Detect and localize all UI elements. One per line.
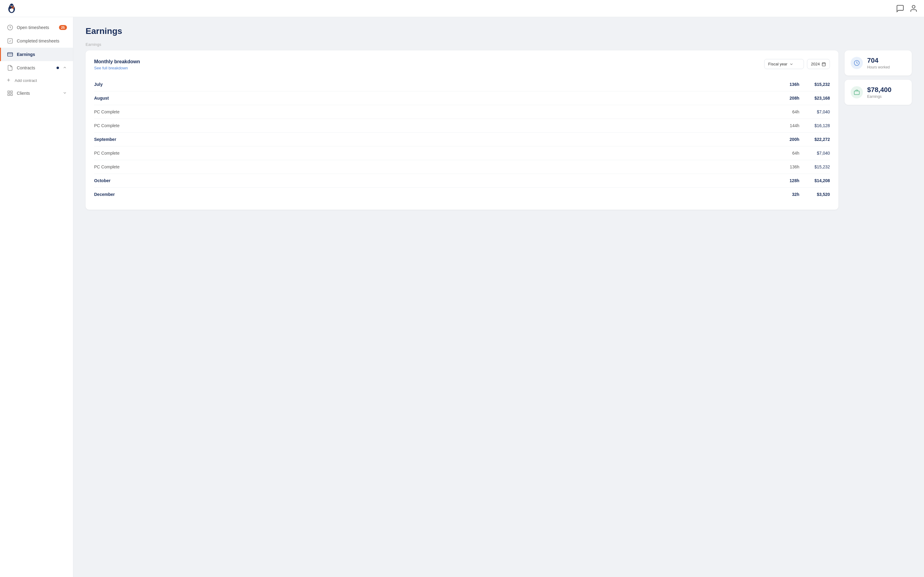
svg-point-8 (12, 5, 13, 6)
row-month-label: July (94, 82, 775, 87)
contracts-dot (56, 67, 59, 69)
breakdown-table: July 136h $15,232 August 208h $23,168 PC… (94, 77, 830, 201)
see-full-breakdown-link[interactable]: See full breakdown (94, 66, 140, 70)
contracts-icon (7, 65, 13, 71)
row-amount: $16,128 (799, 123, 830, 128)
row-month-label: PC Complete (94, 164, 775, 169)
chevron-down-icon (789, 62, 794, 66)
earnings-label: Earnings (867, 94, 892, 99)
clients-icon (7, 90, 13, 96)
open-timesheets-badge: 25 (59, 25, 67, 30)
clients-chevron-down (63, 91, 67, 96)
table-row: July 136h $15,232 (94, 77, 830, 91)
profile-icon[interactable] (910, 4, 918, 13)
earnings-stat-info: $78,400 Earnings (867, 86, 892, 99)
hours-value: 704 (867, 56, 890, 64)
table-row: PC Complete 64h $7,040 (94, 105, 830, 119)
year-filter[interactable]: 2024 (807, 59, 830, 69)
calendar-icon (822, 62, 826, 66)
completed-icon (7, 38, 13, 44)
row-hours: 144h (775, 123, 799, 128)
row-month-label: PC Complete (94, 110, 775, 114)
earnings-icon (7, 52, 13, 58)
row-month-label: September (94, 137, 775, 142)
logo (6, 3, 17, 14)
sidebar-item-add-contract[interactable]: Add contract (0, 74, 73, 87)
chat-icon[interactable] (896, 4, 905, 13)
row-hours: 136h (775, 164, 799, 169)
card-header: Monthly breakdown See full breakdown Fis… (94, 59, 830, 70)
table-row: PC Complete 64h $7,040 (94, 147, 830, 160)
row-amount: $23,168 (799, 96, 830, 100)
table-row: PC Complete 136h $15,232 (94, 160, 830, 174)
monthly-breakdown-card: Monthly breakdown See full breakdown Fis… (85, 50, 839, 210)
row-hours: 208h (775, 96, 799, 100)
row-hours: 200h (775, 137, 799, 142)
row-hours: 136h (775, 82, 799, 87)
row-month-label: October (94, 178, 775, 183)
row-amount: $15,232 (799, 82, 830, 87)
row-amount: $7,040 (799, 151, 830, 156)
earnings-stat-card: $78,400 Earnings (845, 80, 912, 105)
row-month-label: PC Complete (94, 123, 775, 128)
clock-stat-icon (854, 60, 860, 66)
row-hours: 64h (775, 110, 799, 114)
row-hours: 64h (775, 151, 799, 156)
page-title: Earnings (85, 26, 912, 36)
sidebar-item-contracts[interactable]: Contracts (0, 61, 73, 74)
row-amount: $14,208 (799, 178, 830, 183)
table-row: September 200h $22,272 (94, 133, 830, 147)
svg-point-10 (912, 5, 915, 8)
svg-point-7 (10, 5, 11, 6)
svg-point-9 (11, 6, 12, 7)
earnings-value: $78,400 (867, 86, 892, 94)
svg-rect-18 (11, 91, 13, 93)
sidebar-item-completed-timesheets[interactable]: Completed timesheets (0, 34, 73, 48)
row-month-label: PC Complete (94, 151, 775, 156)
card-title: Monthly breakdown (94, 59, 140, 64)
table-row: August 208h $23,168 (94, 91, 830, 105)
row-amount: $22,272 (799, 137, 830, 142)
briefcase-stat-icon (854, 89, 860, 95)
svg-rect-17 (8, 91, 10, 93)
row-month-label: August (94, 96, 775, 100)
stats-column: 704 Hours worked $78,400 Earnings (845, 50, 912, 105)
table-row: October 128h $14,208 (94, 174, 830, 188)
hours-icon-wrap (851, 57, 863, 69)
hours-stat-card: 704 Hours worked (845, 50, 912, 76)
row-amount: $7,040 (799, 110, 830, 114)
main-content: Earnings Earnings Monthly breakdown See … (73, 17, 924, 577)
topbar (0, 0, 924, 17)
sidebar-item-open-timesheets[interactable]: Open timesheets 25 (0, 21, 73, 34)
sidebar-item-clients[interactable]: Clients (0, 87, 73, 100)
svg-rect-13 (8, 53, 13, 56)
table-row: PC Complete 144h $16,128 (94, 119, 830, 133)
sidebar: Open timesheets 25 Completed timesheets … (0, 17, 73, 577)
earnings-icon-wrap (851, 86, 863, 98)
period-filter[interactable]: Fiscal year (764, 59, 804, 69)
clock-icon (7, 24, 13, 31)
row-month-label: December (94, 192, 775, 197)
svg-rect-26 (854, 91, 860, 95)
table-row: December 32h $3,520 (94, 188, 830, 201)
hours-stat-info: 704 Hours worked (867, 56, 890, 69)
plus-icon (6, 77, 11, 84)
filter-row: Fiscal year 2024 (764, 59, 830, 69)
contracts-chevron-up (63, 65, 67, 71)
topbar-icons (896, 4, 918, 13)
section-label: Earnings (85, 42, 912, 47)
sidebar-item-earnings[interactable]: Earnings (0, 48, 73, 61)
svg-rect-19 (8, 94, 10, 96)
row-hours: 32h (775, 192, 799, 197)
card-title-group: Monthly breakdown See full breakdown (94, 59, 140, 70)
row-amount: $15,232 (799, 164, 830, 169)
row-hours: 128h (775, 178, 799, 183)
hours-label: Hours worked (867, 65, 890, 69)
content-row: Monthly breakdown See full breakdown Fis… (85, 50, 912, 210)
svg-rect-21 (822, 63, 826, 66)
row-amount: $3,520 (799, 192, 830, 197)
svg-rect-20 (11, 94, 13, 96)
